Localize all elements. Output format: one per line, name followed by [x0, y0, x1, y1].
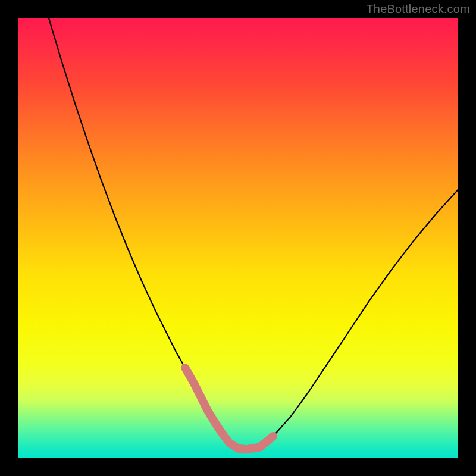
watermark-text: TheBottleneck.com [366, 2, 470, 16]
plot-area [18, 18, 458, 458]
chart-frame: TheBottleneck.com [0, 0, 476, 476]
bottleneck-curve [49, 18, 458, 449]
plot-svg [18, 18, 458, 458]
highlight-segment [185, 368, 273, 449]
